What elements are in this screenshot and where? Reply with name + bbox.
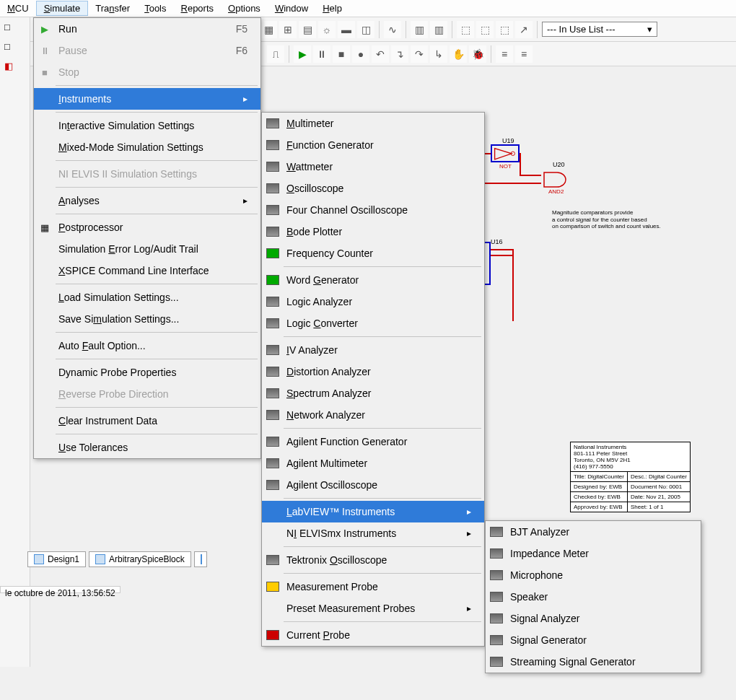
tb-icon-13[interactable]: ↗ [515,21,533,38]
instr-network-analyzer[interactable]: Network Analyzer [262,404,484,426]
left-tool-1[interactable]: □ [0,17,30,37]
tb-bug-icon[interactable]: 🐞 [469,45,486,63]
menu-xspice[interactable]: XSPICE Command Line Interface [34,260,260,281]
tb-slider-1-icon[interactable]: ≡ [496,45,513,63]
menu-transfer[interactable]: Transfer [88,1,137,15]
instr-oscilloscope[interactable]: Oscilloscope [262,178,484,199]
tb-icon-1[interactable]: ▦ [260,21,277,38]
instr-current-probe[interactable]: Current Probe [262,624,484,646]
gate-u19[interactable]: U19 NOT [491,144,520,162]
tb-slider-2-icon[interactable]: ≡ [515,45,533,63]
status-text: le octubre de 2011, 13:56:52 [5,588,115,598]
instr-labview[interactable]: LabVIEW™ Instruments [262,501,484,522]
instr-bode-plotter[interactable]: Bode Plotter [262,221,484,242]
tb-icon-8[interactable]: ▥ [411,21,428,38]
speaker-icon [490,592,503,602]
instr-preset-probes[interactable]: Preset Measurement Probes [262,598,484,619]
agilent-fg-icon [266,437,279,447]
menu-interactive-settings[interactable]: Interactive Simulation Settings [34,115,260,136]
tb-icon-9[interactable]: ▥ [430,21,447,38]
logicanalyzer-icon [266,297,279,307]
menu-dynamic-probe[interactable]: Dynamic Probe Properties [34,362,260,383]
tb-icon-10[interactable]: ⬚ [457,21,474,38]
menu-analyses[interactable]: Analyses [34,190,260,211]
left-tool-red-icon[interactable]: ◧ [0,56,30,76]
tb-step-over-icon[interactable]: ↷ [411,45,428,63]
menu-help[interactable]: Help [315,1,349,15]
lv-streaming-signal-generator[interactable]: Streaming Signal Generator [486,651,701,673]
menu-load-sim[interactable]: Load Simulation Settings... [34,286,260,308]
instr-iv-analyzer[interactable]: IV Analyzer [262,339,484,361]
lv-microphone[interactable]: Microphone [486,564,701,586]
tb-stop-icon[interactable]: ■ [333,45,350,63]
tab-arbitraryspiceblock[interactable]: ArbitrarySpiceBlock [89,551,191,567]
instr-logic-analyzer[interactable]: Logic Analyzer [262,291,484,312]
tb-hand-icon[interactable]: ✋ [450,45,467,63]
lv-bjt-analyzer[interactable]: BJT Analyzer [486,521,701,543]
menu-stop: ■ Stop [34,61,260,83]
instr-agilent-multimeter[interactable]: Agilent Multimeter [262,452,484,474]
gate-u20[interactable]: U20 AND2 [541,170,574,190]
menu-options[interactable]: Options [221,1,268,15]
instr-spectrum-analyzer[interactable]: Spectrum Analyzer [262,382,484,404]
lv-signal-generator[interactable]: Signal Generator [486,629,701,651]
tb-step-into-icon[interactable]: ↴ [391,45,408,63]
tab-design1[interactable]: Design1 [27,551,86,567]
menu-instruments[interactable]: Instruments [34,88,260,110]
instr-multimeter[interactable]: Multimeter [262,113,484,134]
tab-partial[interactable] [194,551,207,567]
instr-frequency-counter[interactable]: Frequency Counter [262,242,484,264]
tb-icon-11[interactable]: ⬚ [476,21,494,38]
instr-four-channel-oscilloscope[interactable]: Four Channel Oscilloscope [262,199,484,221]
instr-logic-converter[interactable]: Logic Converter [262,312,484,334]
labview-submenu: BJT Analyzer Impedance Meter Microphone … [485,520,701,673]
inuse-dropdown[interactable]: --- In Use List --- ▾ [542,22,657,37]
sig-analyzer-icon [490,613,503,624]
tb-icon-5[interactable]: ▬ [338,21,355,38]
instr-distortion-analyzer[interactable]: Distortion Analyzer [262,361,484,382]
instr-agilent-func-gen[interactable]: Agilent Function Generator [262,431,484,452]
tb-square-wave-icon[interactable]: ⎍ [267,45,284,63]
tb-step-back-icon[interactable]: ↶ [372,45,389,63]
menu-auto-fault[interactable]: Auto Fault Option... [34,335,260,356]
menu-reports[interactable]: Reports [174,1,222,15]
menu-error-log[interactable]: Simulation Error Log/Audit Trail [34,238,260,260]
menu-run[interactable]: ▶ Run F5 [34,18,260,40]
tb-step-out-icon[interactable]: ↳ [430,45,447,63]
instr-measurement-probe[interactable]: Measurement Probe [262,576,484,598]
instr-agilent-oscilloscope[interactable]: Agilent Oscilloscope [262,474,484,496]
menu-simulate[interactable]: Simulate [36,1,89,16]
schematic-note: Magnitude comparators provide a control … [552,209,661,230]
lv-speaker[interactable]: Speaker [486,586,701,608]
instr-word-generator[interactable]: Word Generator [262,269,484,291]
left-tool-2[interactable]: □ [0,37,30,56]
instr-wattmeter[interactable]: Wattmeter [262,156,484,178]
bode-icon [266,227,279,237]
lv-signal-analyzer[interactable]: Signal Analyzer [486,608,701,629]
menu-tools[interactable]: Tools [137,1,173,15]
simulate-menu: ▶ Run F5 ⏸ Pause F6 ■ Stop Instruments I… [33,17,261,459]
menu-window[interactable]: Window [268,1,315,15]
tb-record-icon[interactable]: ● [352,45,369,63]
tb-icon-3[interactable]: ▤ [299,21,316,38]
tb-icon-6[interactable]: ◫ [357,21,374,38]
instr-function-generator[interactable]: Function Generator [262,134,484,156]
tb-icon-2[interactable]: ⊞ [279,21,297,38]
tb-run-icon[interactable]: ▶ [294,45,311,63]
agilent-osc-icon [266,480,279,490]
fourchosc-icon [266,205,279,215]
tb-icon-12[interactable]: ⬚ [496,21,513,38]
tb-pause-icon[interactable]: ⏸ [313,45,330,63]
menu-use-tolerances[interactable]: Use Tolerances [34,437,260,458]
lv-impedance-meter[interactable]: Impedance Meter [486,543,701,564]
menu-postprocessor[interactable]: ▦ Postprocessor [34,216,260,238]
menu-clear-instrument[interactable]: Clear Instrument Data [34,410,260,432]
instr-tektronix[interactable]: Tektronix Oscilloscope [262,549,484,571]
menu-save-sim[interactable]: Save Simulation Settings... [34,308,260,330]
menu-mcu[interactable]: MCU [0,1,36,15]
instr-ni-elvismx[interactable]: NI ELVISmx Instruments [262,522,484,544]
tb-icon-7[interactable]: ∿ [384,21,401,38]
instruments-submenu: Multimeter Function Generator Wattmeter … [261,112,485,647]
tb-icon-4[interactable]: ☼ [318,21,336,38]
menu-mixed-mode-settings[interactable]: Mixed-Mode Simulation Settings [34,136,260,158]
